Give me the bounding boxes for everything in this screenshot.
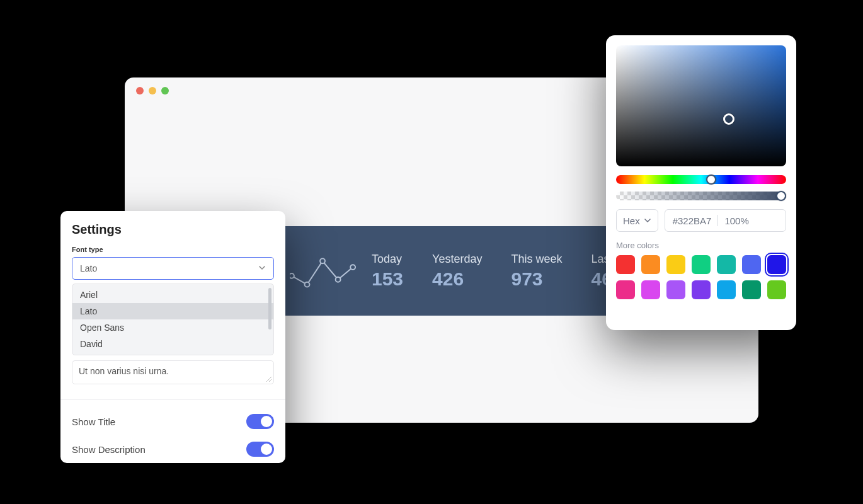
color-swatch[interactable] [742,280,761,299]
dropdown-scrollbar[interactable] [268,288,271,329]
color-swatch[interactable] [641,255,660,274]
font-option[interactable]: Ariel [72,287,273,303]
svg-point-0 [290,273,294,278]
toggle-label: Show Description [72,444,146,455]
toggle-label: Show Title [72,416,115,427]
sparkline-chart-icon [290,248,358,294]
svg-point-4 [350,265,355,270]
stat-value: 153 [372,268,403,290]
font-option-selected[interactable]: Lato [72,303,273,319]
resize-handle-icon[interactable] [266,376,272,382]
chevron-down-icon [258,263,266,273]
font-type-label: Font type [72,246,274,253]
font-option[interactable]: Open Sans [72,319,273,336]
color-swatch[interactable] [692,255,711,274]
window-zoom-dot[interactable] [161,87,169,94]
show-description-toggle[interactable] [246,442,274,457]
show-description-row: Show Description [72,435,274,463]
hex-value: #322BA7 [673,215,712,226]
color-swatch[interactable] [616,280,635,299]
stats-columns: Today 153 Yesterday 426 This week 973 La… [372,253,624,290]
font-option[interactable]: David [72,336,273,352]
alpha-slider[interactable] [616,192,786,200]
stat-label: Today [372,253,403,266]
hue-slider-thumb[interactable] [706,175,716,185]
hue-slider[interactable] [616,175,786,184]
stat-label: This week [511,253,562,266]
color-swatch[interactable] [616,255,635,274]
color-value-input[interactable]: #322BA7 100% [665,209,786,232]
font-type-selected-value: Lato [80,263,97,273]
show-title-toggle[interactable] [246,414,274,429]
color-swatch[interactable] [692,280,711,299]
stat-label: Yesterday [432,253,482,266]
settings-panel: Settings Font type Lato Ariel Lato Open … [60,211,285,463]
color-swatches [616,255,786,299]
more-colors-label: More colors [616,241,786,250]
color-gradient-area[interactable] [616,45,786,166]
color-swatch[interactable] [742,255,761,274]
settings-title: Settings [72,222,274,237]
alpha-value: 100% [724,215,748,226]
window-close-dot[interactable] [136,87,144,94]
color-swatch[interactable] [717,280,736,299]
divider [717,215,718,226]
color-picker-panel: Hex #322BA7 100% More colors [606,35,796,330]
divider [60,399,285,400]
svg-point-1 [305,282,310,287]
color-format-select[interactable]: Hex [616,209,658,232]
stat-value: 973 [511,268,562,290]
color-swatch[interactable] [666,280,685,299]
font-type-select[interactable]: Lato [72,257,274,280]
color-format-value: Hex [623,215,640,226]
color-swatch[interactable] [717,255,736,274]
chevron-down-icon [644,217,651,224]
description-value: Ut non varius nisi urna. [79,366,169,376]
color-swatch[interactable] [641,280,660,299]
svg-point-3 [336,277,341,282]
stat-this-week: This week 973 [511,253,562,290]
svg-point-2 [320,258,325,263]
color-swatch[interactable] [767,255,786,274]
stat-yesterday: Yesterday 426 [432,253,482,290]
color-swatch[interactable] [666,255,685,274]
color-swatch[interactable] [767,280,786,299]
window-minimize-dot[interactable] [149,87,156,94]
font-type-dropdown: Ariel Lato Open Sans David [72,284,274,355]
stat-value: 426 [432,268,482,290]
stat-today: Today 153 [372,253,403,290]
alpha-slider-thumb[interactable] [776,191,786,201]
description-textarea[interactable]: Ut non varius nisi urna. [72,360,274,384]
gradient-cursor[interactable] [723,113,734,125]
show-title-row: Show Title [72,408,274,435]
